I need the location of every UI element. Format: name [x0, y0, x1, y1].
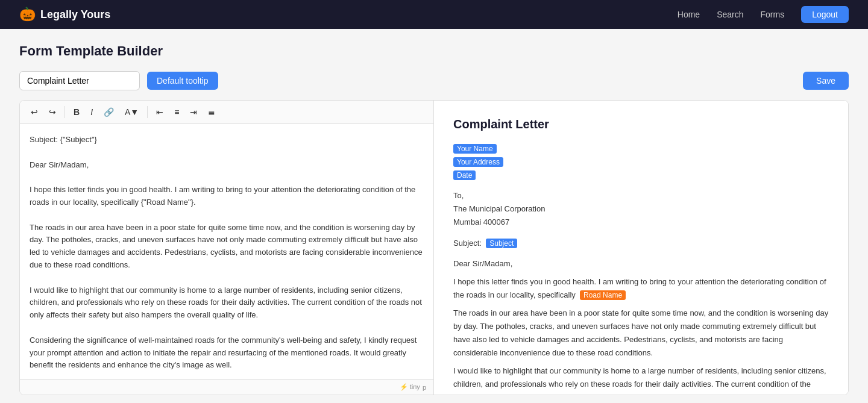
align-justify-button[interactable]: ≣ [204, 105, 219, 119]
preview-para1: I hope this letter finds you in good hea… [453, 275, 829, 302]
highlight-button[interactable]: A▼ [121, 105, 142, 119]
preview-subject-tag: Subject [486, 239, 517, 248]
preview-to-block: To, The Municipal Corporation Mumbai 400… [453, 189, 829, 229]
editor-toolbar: ↩ ↪ B I 🔗 A▼ ⇤ ≡ ⇥ ≣ [20, 101, 433, 124]
italic-button[interactable]: I [87, 105, 96, 119]
editor-para2: The roads in our area have been in a poo… [30, 222, 424, 272]
toolbar-left: Default tooltip [19, 71, 218, 90]
editor-footer: ⚡ tiny p [20, 379, 433, 395]
preview-para3: I would like to highlight that our commu… [453, 364, 829, 395]
preview-address-block: Your Name Your Address Date [453, 142, 829, 182]
nav-links: Home Search Forms Logout [678, 6, 849, 23]
align-center-button[interactable]: ≡ [171, 105, 183, 119]
editor-subject: Subject: {"Subject"} [30, 134, 424, 146]
editor-footer-tag: p [423, 384, 426, 391]
road-name-tag: Road Name [580, 290, 626, 300]
page-container: Form Template Builder Default tooltip Sa… [0, 29, 868, 403]
preview-subject-line: Subject: Subject [453, 237, 829, 250]
editor-para4: Considering the significance of well-mai… [30, 334, 424, 372]
align-left-button[interactable]: ⇤ [153, 105, 167, 119]
navbar: 🎃 Legally Yours Home Search Forms Logout [0, 0, 868, 29]
bold-button[interactable]: B [70, 105, 83, 119]
main-layout: ↩ ↪ B I 🔗 A▼ ⇤ ≡ ⇥ ≣ Subject: {"Subject"… [19, 100, 849, 395]
brand-emoji: 🎃 [19, 7, 36, 22]
toolbar-divider-2 [147, 106, 148, 118]
page-title: Form Template Builder [19, 43, 849, 59]
preview-greeting: Dear Sir/Madam, [453, 257, 829, 270]
preview-para2: The roads in our area have been in a poo… [453, 307, 829, 360]
editor-content[interactable]: Subject: {"Subject"} Dear Sir/Madam, I h… [20, 124, 433, 379]
editor-panel: ↩ ↪ B I 🔗 A▼ ⇤ ≡ ⇥ ≣ Subject: {"Subject"… [20, 101, 434, 395]
preview-panel: Complaint Letter Your Name Your Address … [434, 101, 848, 395]
link-button[interactable]: 🔗 [100, 105, 118, 119]
logout-button[interactable]: Logout [801, 6, 849, 23]
toolbar-row: Default tooltip Save [19, 71, 849, 90]
your-address-tag-line: Your Address [453, 155, 829, 169]
tiny-logo: ⚡ tiny [400, 383, 420, 391]
date-tag-line: Date [453, 169, 829, 182]
preview-title: Complaint Letter [453, 117, 829, 131]
date-tag: Date [453, 170, 476, 180]
preview-subject-label: Subject: [453, 239, 482, 248]
your-address-tag: Your Address [453, 157, 503, 167]
city-line: Mumbai 400067 [453, 216, 829, 229]
nav-forms[interactable]: Forms [761, 10, 785, 19]
toolbar-divider-1 [64, 106, 65, 118]
your-name-tag: Your Name [453, 144, 497, 154]
preview-content: Your Name Your Address Date To, The Muni… [453, 142, 829, 395]
preview-para1-text: I hope this letter finds you in good hea… [453, 277, 826, 299]
your-name-tag-line: Your Name [453, 142, 829, 155]
default-tooltip-button[interactable]: Default tooltip [147, 72, 218, 90]
align-right-button[interactable]: ⇥ [186, 105, 201, 119]
editor-para3: I would like to highlight that our commu… [30, 284, 424, 322]
save-button[interactable]: Save [803, 72, 849, 90]
nav-search[interactable]: Search [717, 10, 743, 19]
brand-name: Legally Yours [40, 8, 110, 21]
template-name-input[interactable] [19, 71, 140, 90]
redo-button[interactable]: ↪ [45, 105, 60, 119]
editor-para1: I hope this letter finds you in good hea… [30, 184, 424, 209]
undo-button[interactable]: ↩ [27, 105, 42, 119]
to-line: To, [453, 189, 829, 202]
org-line: The Municipal Corporation [453, 202, 829, 216]
editor-greeting: Dear Sir/Madam, [30, 159, 424, 172]
brand-logo: 🎃 Legally Yours [19, 7, 110, 22]
nav-home[interactable]: Home [678, 10, 700, 19]
